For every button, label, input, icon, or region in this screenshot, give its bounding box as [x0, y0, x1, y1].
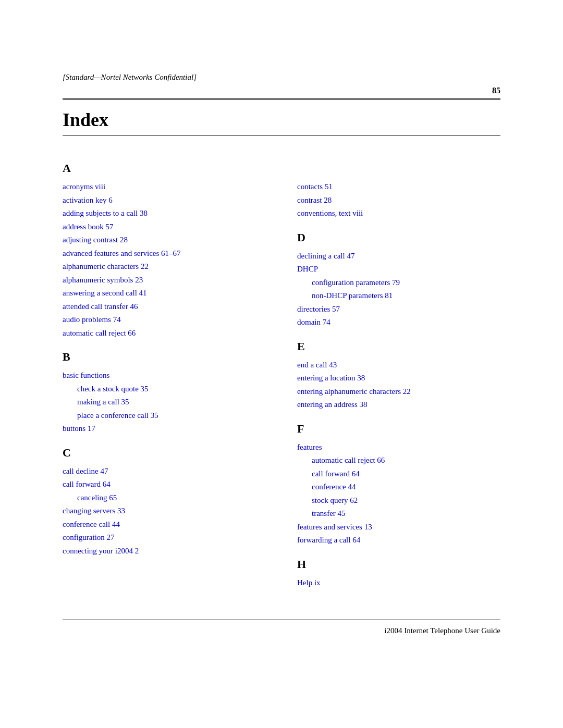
list-item[interactable]: check a stock quote 35	[63, 382, 266, 396]
page: [Standard—Nortel Networks Confidential] …	[0, 0, 563, 728]
letter-F: F	[297, 422, 500, 436]
list-item[interactable]: conference call 44	[63, 518, 266, 532]
list-item[interactable]: adding subjects to a call 38	[63, 207, 266, 220]
list-item[interactable]: entering an address 38	[297, 398, 500, 412]
list-item[interactable]: conventions, text viii	[297, 207, 500, 220]
section-C: C call decline 47 call forward 64 cancel…	[63, 446, 266, 558]
list-item[interactable]: declining a call 47	[297, 250, 500, 263]
page-number: 85	[63, 86, 500, 95]
list-item[interactable]: call decline 47	[63, 465, 266, 478]
list-item[interactable]: automatic call reject 66	[297, 454, 500, 467]
list-item[interactable]: canceling 65	[63, 491, 266, 505]
list-item[interactable]: automatic call reject 66	[63, 327, 266, 340]
list-item[interactable]: making a call 35	[63, 396, 266, 409]
list-item[interactable]: call forward 64	[63, 478, 266, 491]
title-rule	[63, 135, 500, 135]
bottom-rule	[63, 620, 500, 620]
section-E: E end a call 43 entering a location 38 e…	[297, 340, 500, 412]
list-item[interactable]: features	[297, 441, 500, 454]
list-item[interactable]: audio problems 74	[63, 313, 266, 327]
top-matter: [Standard—Nortel Networks Confidential] …	[0, 0, 563, 95]
page-title: Index	[0, 100, 563, 131]
section-B: B basic functions check a stock quote 35…	[63, 350, 266, 436]
list-item[interactable]: alphanumeric characters 22	[63, 260, 266, 274]
footer: i2004 Internet Telephone User Guide	[0, 626, 563, 651]
list-item[interactable]: basic functions	[63, 369, 266, 382]
list-item[interactable]: forwarding a call 64	[297, 534, 500, 547]
list-item[interactable]: Help ix	[297, 576, 500, 590]
right-column: A contacts 51 contrast 28 conventions, t…	[297, 151, 500, 599]
list-item[interactable]: attended call transfer 46	[63, 300, 266, 314]
letter-H: H	[297, 558, 500, 571]
letter-D: D	[297, 231, 500, 244]
list-item[interactable]: address book 57	[63, 220, 266, 234]
list-item[interactable]: configuration 27	[63, 531, 266, 545]
list-item[interactable]: contacts 51	[297, 180, 500, 194]
list-item[interactable]: directories 57	[297, 303, 500, 316]
list-item[interactable]: changing servers 33	[63, 504, 266, 518]
list-item[interactable]: configuration parameters 79	[297, 276, 500, 290]
list-item[interactable]: DHCP	[297, 263, 500, 276]
letter-E: E	[297, 340, 500, 353]
section-F: F features automatic call reject 66 call…	[297, 422, 500, 547]
left-column: A acronyms viii activation key 6 adding …	[63, 151, 266, 599]
letter-B: B	[63, 350, 266, 364]
list-item[interactable]: entering a location 38	[297, 372, 500, 385]
list-item[interactable]: activation key 6	[63, 194, 266, 207]
confidential-label: [Standard—Nortel Networks Confidential]	[63, 73, 500, 82]
letter-C: C	[63, 446, 266, 460]
section-H: H Help ix	[297, 558, 500, 590]
list-item[interactable]: acronyms viii	[63, 180, 266, 194]
list-item[interactable]: features and services 13	[297, 521, 500, 534]
list-item[interactable]: place a conference call 35	[63, 409, 266, 423]
list-item[interactable]: conference 44	[297, 480, 500, 494]
list-item[interactable]: non-DHCP parameters 81	[297, 289, 500, 303]
list-item[interactable]: contrast 28	[297, 194, 500, 207]
section-C-continued: A contacts 51 contrast 28 conventions, t…	[297, 162, 500, 220]
list-item[interactable]: adjusting contrast 28	[63, 233, 266, 247]
list-item[interactable]: end a call 43	[297, 359, 500, 372]
list-item[interactable]: answering a second call 41	[63, 287, 266, 300]
list-item[interactable]: entering alphanumeric characters 22	[297, 385, 500, 399]
list-item[interactable]: domain 74	[297, 316, 500, 329]
section-A: A acronyms viii activation key 6 adding …	[63, 162, 266, 340]
list-item[interactable]: alphanumeric symbols 23	[63, 274, 266, 287]
list-item[interactable]: transfer 45	[297, 507, 500, 521]
list-item[interactable]: stock query 62	[297, 494, 500, 508]
list-item[interactable]: call forward 64	[297, 467, 500, 481]
section-D: D declining a call 47 DHCP configuration…	[297, 231, 500, 329]
index-columns: A acronyms viii activation key 6 adding …	[0, 151, 563, 599]
list-item[interactable]: buttons 17	[63, 422, 266, 436]
list-item[interactable]: advanced features and services 61–67	[63, 247, 266, 261]
list-item[interactable]: connecting your i2004 2	[63, 545, 266, 558]
letter-A: A	[63, 162, 266, 175]
